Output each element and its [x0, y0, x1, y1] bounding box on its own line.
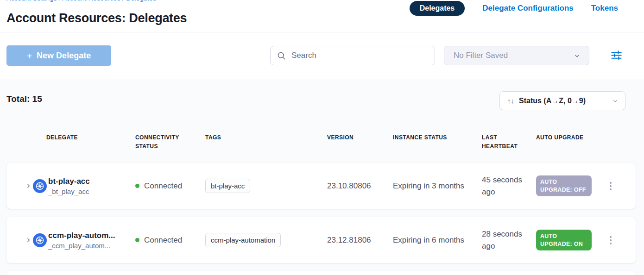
page-title: Account Resources: Delegates: [6, 11, 187, 25]
row-expand-chevron-icon[interactable]: [25, 237, 32, 243]
kubernetes-icon: [33, 179, 47, 193]
sort-value: Status (A→Z, 0→9): [519, 97, 586, 105]
auto-upgrade-badge: AUTO UPGRADE: ON: [536, 230, 592, 251]
last-heartbeat: 28 seconds ago: [482, 228, 536, 252]
kebab-menu-icon[interactable]: [607, 179, 614, 193]
column-header-last-heartbeat: LAST HEARTBEAT: [482, 133, 536, 150]
column-header-connectivity-status: CONNECTIVITY STATUS: [135, 133, 205, 150]
chevron-down-icon: [612, 98, 619, 104]
delegate-version: 23.10.80806: [327, 180, 393, 192]
row-expand-chevron-icon[interactable]: [25, 183, 32, 189]
instance-status: Expiring in 3 months: [393, 180, 482, 192]
delegate-name[interactable]: ccm-play-autom...: [48, 231, 115, 240]
saved-filter-select[interactable]: No Filter Saved: [444, 46, 589, 65]
tab-delegate-configurations[interactable]: Delegate Configurations: [482, 4, 573, 13]
connected-status-dot-icon: [135, 184, 139, 188]
new-delegate-button[interactable]: + New Delegate: [6, 45, 111, 66]
tab-delegates[interactable]: Delegates: [410, 1, 465, 16]
delegate-tag-chip: ccm-play-automation: [205, 233, 281, 247]
breadcrumb[interactable]: Account Settings / Account Resources / D…: [6, 0, 156, 2]
saved-filter-value: No Filter Saved: [454, 51, 508, 60]
column-header-instance-status: INSTANCE STATUS: [393, 133, 482, 150]
table-row-partial[interactable]: [6, 271, 636, 275]
page-header: Account Settings / Account Resources / D…: [0, 0, 644, 32]
column-header-tags: TAGS: [205, 133, 327, 150]
connected-status-dot-icon: [135, 238, 139, 242]
tab-tokens[interactable]: Tokens: [591, 4, 618, 13]
table-row[interactable]: ccm-play-autom... _ccm_play_autom... Con…: [6, 217, 636, 263]
delegate-tag-chip: bt-play-acc: [205, 179, 250, 193]
auto-upgrade-badge: AUTO UPGRADE: OFF: [536, 175, 592, 197]
plus-icon: +: [27, 51, 32, 61]
search-icon: [277, 51, 286, 60]
table-row[interactable]: bt-play-acc _bt_play_acc Connected bt-pl…: [6, 163, 636, 209]
sort-arrows-icon: ↑↓: [507, 97, 514, 105]
sort-select[interactable]: ↑↓ Status (A→Z, 0→9): [499, 91, 625, 110]
instance-status: Expiring in 6 months: [393, 234, 482, 246]
kubernetes-icon: [33, 233, 47, 247]
kebab-menu-icon[interactable]: [607, 233, 614, 247]
total-count: Total: 15: [6, 94, 42, 104]
connectivity-status: Connected: [144, 236, 182, 245]
delegates-list-section: Total: 15 ↑↓ Status (A→Z, 0→9) DELEGATE …: [0, 79, 644, 275]
delegate-identifier: _bt_play_acc: [48, 188, 90, 195]
delegate-name[interactable]: bt-play-acc: [48, 177, 90, 186]
delegate-identifier: _ccm_play_autom...: [48, 242, 115, 250]
toolbar: + New Delegate No Filter Saved: [0, 32, 644, 79]
search-input[interactable]: [290, 50, 428, 61]
delegate-version: 23.12.81806: [327, 234, 393, 246]
search-box[interactable]: [270, 46, 435, 65]
filter-sliders-icon: [610, 49, 623, 62]
resource-tabs: Delegates Delegate Configurations Tokens: [410, 0, 618, 17]
last-heartbeat: 45 seconds ago: [482, 174, 536, 198]
chevron-down-icon: [574, 52, 581, 59]
column-header-delegate: DELEGATE: [6, 133, 135, 150]
filter-panel-button[interactable]: [608, 47, 625, 63]
table-header-row: DELEGATE CONNECTIVITY STATUS TAGS VERSIO…: [6, 133, 636, 150]
column-header-version: VERSION: [327, 133, 393, 150]
vertical-scrollbar[interactable]: [641, 132, 644, 275]
column-header-auto-upgrade: AUTO UPGRADE: [536, 133, 602, 150]
new-delegate-button-label: New Delegate: [37, 51, 91, 61]
connectivity-status: Connected: [144, 181, 182, 191]
